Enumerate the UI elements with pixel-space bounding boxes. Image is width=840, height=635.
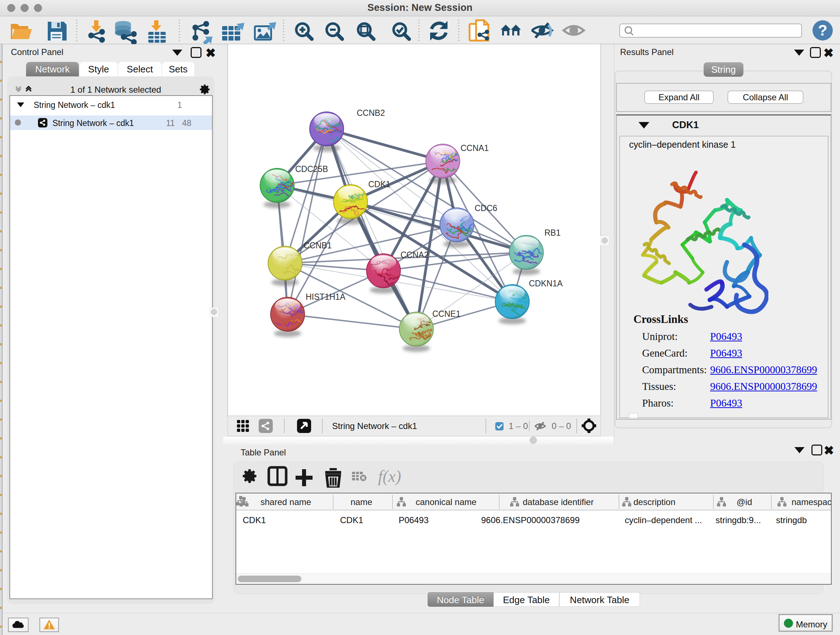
svg-text:CDC25B: CDC25B (295, 165, 328, 174)
svg-text:1 – 0: 1 – 0 (508, 421, 528, 431)
svg-text:CDKN1A: CDKN1A (529, 279, 563, 288)
svg-text:String Network – cdk1: String Network – cdk1 (332, 421, 417, 431)
svg-text:shared name: shared name (261, 497, 311, 507)
svg-text:?: ? (818, 22, 827, 39)
svg-text:f(x): f(x) (378, 467, 401, 486)
svg-text:namespac: namespac (791, 497, 831, 507)
svg-text:CCNB1: CCNB1 (303, 241, 332, 250)
svg-text:RB1: RB1 (545, 228, 561, 238)
svg-text:name: name (351, 497, 372, 507)
svg-text:CCNA2: CCNA2 (401, 250, 429, 260)
svg-text:CDK1: CDK1 (368, 180, 390, 189)
svg-text:database identifier: database identifier (523, 497, 594, 507)
svg-text:description: description (633, 497, 676, 507)
svg-text:canonical name: canonical name (416, 497, 477, 507)
svg-text:CCNB2: CCNB2 (357, 108, 385, 118)
svg-text:CCNE1: CCNE1 (432, 309, 461, 318)
svg-text:CDC6: CDC6 (475, 203, 497, 213)
svg-text:HIST1H1A: HIST1H1A (306, 292, 346, 302)
svg-text:@id: @id (737, 497, 752, 507)
svg-text:0 – 0: 0 – 0 (552, 421, 571, 431)
svg-text:CCNA1: CCNA1 (461, 143, 489, 153)
